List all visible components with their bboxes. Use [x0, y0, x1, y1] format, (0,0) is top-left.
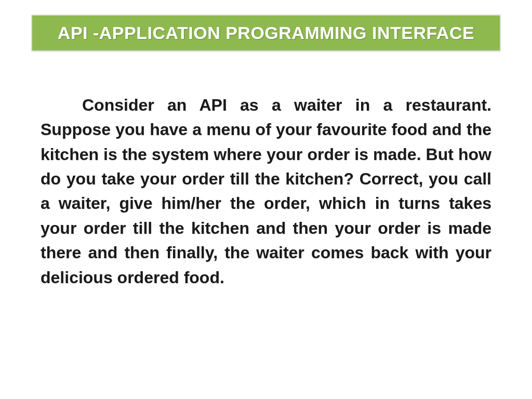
title-banner: API -APPLICATION PROGRAMMING INTERFACE	[31, 15, 501, 51]
slide-body-text: Consider an API as a waiter in a restaur…	[41, 93, 491, 290]
slide-title: API -APPLICATION PROGRAMMING INTERFACE	[43, 23, 489, 43]
slide-container: API -APPLICATION PROGRAMMING INTERFACE C…	[0, 0, 532, 399]
body-content: Consider an API as a waiter in a restaur…	[31, 93, 501, 290]
